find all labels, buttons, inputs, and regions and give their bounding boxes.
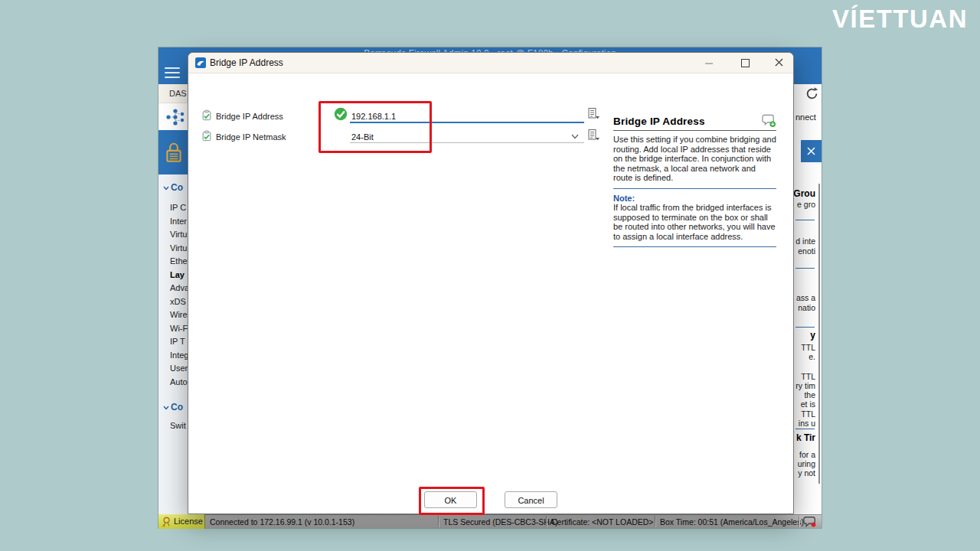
viettuan-logo: VÍETTUAN: [832, 5, 968, 34]
license-label: License: [174, 517, 203, 526]
clipped-text: ry tim: [795, 381, 815, 390]
clipped-text: natio: [798, 303, 815, 312]
clipped-text: uring: [798, 459, 815, 468]
clipped-text: k Tir: [796, 433, 815, 442]
clipboard-check-icon: [201, 109, 212, 121]
note-label: Note:: [613, 194, 635, 203]
dialog-title: Bridge IP Address: [210, 57, 283, 68]
clipped-text: y not: [798, 468, 815, 478]
maximize-button[interactable]: [733, 53, 756, 73]
status-bar: License Connected to 172.16.99.1 (v 10.0…: [158, 514, 822, 528]
disconnect-button-fragment[interactable]: nnect: [795, 112, 816, 122]
sidebar-item[interactable]: Virtu: [170, 229, 187, 240]
clipped-text: ins u: [799, 419, 815, 428]
sidebar-item[interactable]: Ethe: [170, 256, 188, 266]
bridge-ip-netmask-select[interactable]: 24-Bit: [351, 132, 374, 142]
license-icon: [161, 516, 172, 527]
nav-section-2[interactable]: Co: [163, 402, 183, 412]
clipboard-check-icon: [201, 130, 212, 142]
cancel-button[interactable]: Cancel: [505, 491, 557, 508]
field-menu-icon[interactable]: [587, 107, 600, 120]
connection-status: Connected to 172.16.99.1 (v 10.0.1-153): [210, 517, 354, 527]
clipped-text: d inte: [795, 236, 815, 246]
bridge-ip-address-dialog: Bridge IP Address Bridge IP Address Brid…: [188, 52, 794, 514]
sidebar-item[interactable]: Auto: [170, 377, 188, 387]
help-panel: Bridge IP Address Use this setting if yo…: [613, 116, 776, 252]
sidebar-item[interactable]: xDS: [170, 296, 186, 307]
lock-icon: [158, 141, 188, 164]
refresh-icon[interactable]: [805, 86, 819, 101]
certificate-status: Certificate: <NOT LOADED>: [551, 517, 653, 527]
clipped-text: TTL: [801, 343, 815, 352]
nav-section-configuration[interactable]: Co: [163, 182, 183, 193]
bridge-ip-netmask-label: Bridge IP Netmask: [216, 132, 286, 142]
sidebar-item[interactable]: IP T: [170, 336, 185, 347]
sidebar-item[interactable]: Inter: [170, 216, 187, 227]
clipped-text: for a: [799, 450, 815, 459]
sidebar-item[interactable]: User: [170, 363, 188, 373]
minimize-button[interactable]: [697, 53, 720, 73]
nav-section-label: Co: [171, 402, 183, 412]
chevron-down-icon: [163, 186, 169, 191]
note-body: If local traffic from the bridged interf…: [613, 203, 776, 241]
clipped-text: ass a: [796, 293, 815, 302]
combo-chevron-icon[interactable]: [571, 134, 579, 139]
nav-section-label: Co: [171, 182, 183, 193]
clipped-text: e gro: [797, 200, 815, 209]
firewall-lock-tile[interactable]: [158, 130, 188, 174]
sidebar-item[interactable]: IP C: [170, 202, 186, 213]
sidebar-item[interactable]: Wi-F: [170, 323, 188, 334]
tab-dashboard[interactable]: DAS: [158, 84, 188, 103]
clipped-text: Grou: [794, 189, 815, 198]
sidebar-item[interactable]: Integ: [170, 350, 188, 360]
clipped-text: the: [804, 390, 815, 399]
sidebar-item-layer2-bridging[interactable]: Lay: [170, 269, 185, 280]
help-heading: Bridge IP Address: [613, 116, 776, 127]
sidebar-item[interactable]: Swit: [170, 420, 186, 431]
clipped-text: e.: [808, 352, 815, 361]
combo-underline: [350, 142, 584, 143]
right-rail: nnect Grou e gro d inte enoti ass a nati…: [794, 84, 822, 514]
help-panel-clipped: Grou e gro d inte enoti ass a natio y TT…: [794, 184, 820, 484]
sidebar-item[interactable]: Virtu: [170, 243, 187, 253]
clipped-text: enoti: [798, 246, 815, 256]
tls-status: TLS Secured (DES-CBC3-SHA): [443, 517, 557, 527]
clipped-text: TTL: [801, 372, 815, 381]
ok-button[interactable]: OK: [424, 491, 477, 508]
close-button[interactable]: [767, 53, 790, 73]
tab-close-button[interactable]: [801, 140, 822, 162]
clipped-text: y: [810, 331, 815, 340]
chat-notification-icon[interactable]: [803, 516, 817, 528]
valid-check-icon: [334, 107, 348, 121]
config-nav-tree: Co IP C Inter Virtu Virtu Ethe Lay Adva …: [158, 174, 188, 514]
help-body: Use this setting if you combine bridging…: [613, 135, 776, 183]
bridge-ip-address-label: Bridge IP Address: [216, 112, 283, 121]
barracuda-icon: [195, 57, 206, 68]
dialog-titlebar[interactable]: Bridge IP Address: [188, 53, 793, 73]
clipped-text: TTL: [801, 409, 815, 419]
comment-add-icon[interactable]: [762, 114, 776, 128]
clipped-text: et is: [801, 399, 815, 409]
titlebar-right: [796, 47, 822, 84]
menu-icon[interactable]: [165, 67, 180, 80]
bridge-ip-address-input[interactable]: 192.168.1.1: [351, 112, 396, 121]
chevron-down-icon: [163, 406, 169, 410]
sidebar-item[interactable]: Wire: [170, 309, 188, 320]
box-time: Box Time: 00:51 (America/Los_Angeles): [660, 517, 804, 527]
input-underline: [350, 122, 584, 123]
sidebar-item[interactable]: Adva: [170, 282, 188, 293]
license-status[interactable]: License: [158, 514, 205, 529]
configuration-tree-icon[interactable]: [158, 103, 188, 130]
field-menu-icon[interactable]: [587, 129, 600, 142]
